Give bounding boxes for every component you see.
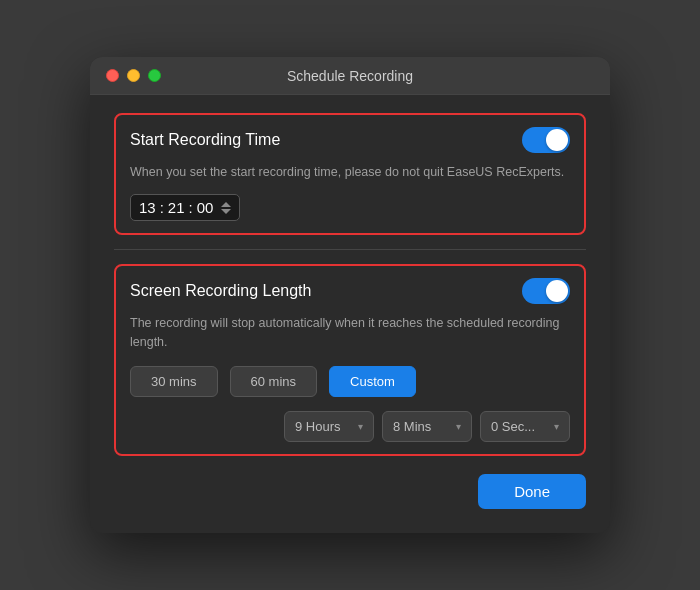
custom-button[interactable]: Custom	[329, 366, 416, 397]
secs-value: 0 Sec...	[491, 419, 535, 434]
section1-description: When you set the start recording time, p…	[130, 163, 570, 182]
mins-chevron-icon: ▾	[456, 421, 461, 432]
30mins-button[interactable]: 30 mins	[130, 366, 218, 397]
window-title: Schedule Recording	[287, 68, 413, 84]
duration-buttons-row: 30 mins 60 mins Custom	[130, 366, 570, 397]
toggle-knob2	[546, 280, 568, 302]
start-recording-section: Start Recording Time When you set the st…	[114, 113, 586, 235]
separator2: :	[189, 199, 193, 216]
minimize-button[interactable]	[127, 69, 140, 82]
section2-title: Screen Recording Length	[130, 282, 311, 300]
section2-description: The recording will stop automatically wh…	[130, 314, 570, 352]
hours-dropdown[interactable]: 9 Hours ▾	[284, 411, 374, 442]
secs-dropdown[interactable]: 0 Sec... ▾	[480, 411, 570, 442]
hours-chevron-icon: ▾	[358, 421, 363, 432]
title-bar: Schedule Recording	[90, 57, 610, 95]
hours-value: 9 Hours	[295, 419, 341, 434]
close-button[interactable]	[106, 69, 119, 82]
schedule-recording-window: Schedule Recording Start Recording Time …	[90, 57, 610, 532]
time-field[interactable]: 13 : 21 : 00	[130, 194, 240, 221]
time-minutes: 21	[168, 199, 185, 216]
stepper-up-icon[interactable]	[221, 202, 231, 207]
custom-dropdowns-row: 9 Hours ▾ 8 Mins ▾ 0 Sec... ▾	[130, 411, 570, 442]
stepper-down-icon[interactable]	[221, 209, 231, 214]
secs-chevron-icon: ▾	[554, 421, 559, 432]
maximize-button[interactable]	[148, 69, 161, 82]
section1-header: Start Recording Time	[130, 127, 570, 153]
time-input-row: 13 : 21 : 00	[130, 194, 570, 221]
section1-title: Start Recording Time	[130, 131, 280, 149]
done-button[interactable]: Done	[478, 474, 586, 509]
time-stepper[interactable]	[221, 201, 231, 215]
mins-value: 8 Mins	[393, 419, 431, 434]
done-row: Done	[114, 474, 586, 509]
time-seconds: 00	[197, 199, 214, 216]
time-hours: 13	[139, 199, 156, 216]
section-divider	[114, 249, 586, 250]
recording-length-section: Screen Recording Length The recording wi…	[114, 264, 586, 456]
separator1: :	[160, 199, 164, 216]
toggle-knob	[546, 129, 568, 151]
traffic-lights	[106, 69, 161, 82]
section2-header: Screen Recording Length	[130, 278, 570, 304]
mins-dropdown[interactable]: 8 Mins ▾	[382, 411, 472, 442]
recording-length-toggle[interactable]	[522, 278, 570, 304]
60mins-button[interactable]: 60 mins	[230, 366, 318, 397]
content-area: Start Recording Time When you set the st…	[90, 95, 610, 532]
start-recording-toggle[interactable]	[522, 127, 570, 153]
